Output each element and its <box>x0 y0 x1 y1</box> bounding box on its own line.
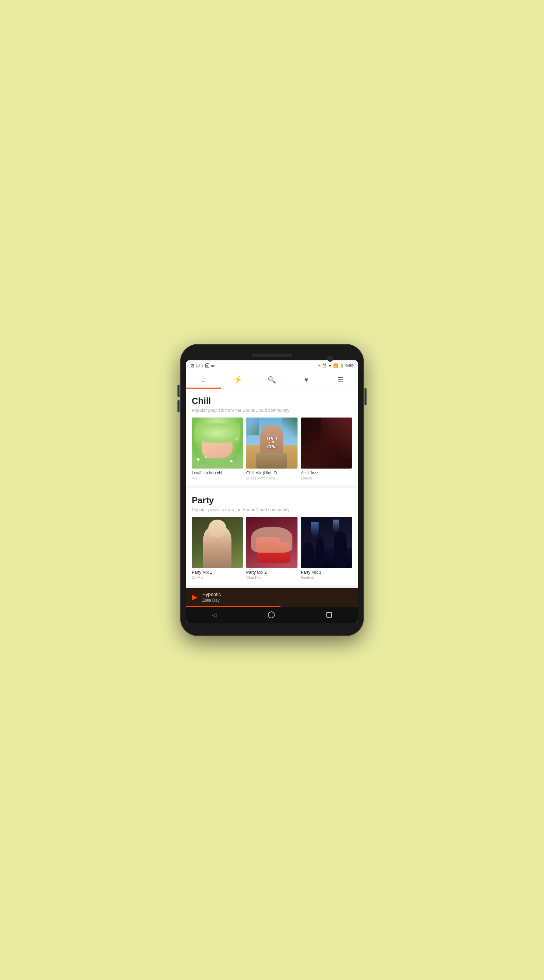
party-section-title: Party <box>192 495 352 506</box>
back-button[interactable]: ◁ <box>212 612 216 618</box>
party-playlist-row: Party Mix 1 DJ Mix <box>192 517 352 579</box>
playlist-name-lowfi: Lowfi hip hop chi... <box>192 471 243 476</box>
playlist-name-party3: Party Mix 3 <box>301 570 352 575</box>
playlist-thumb-lowfi <box>192 417 243 469</box>
alarm-status-icon: ⏰ <box>322 363 327 368</box>
phone-bottom <box>186 623 358 627</box>
playlist-thumb-party1 <box>192 517 243 568</box>
playlist-thumb-party2 <box>246 517 297 568</box>
status-bar: 🖼 💬 ♪ e ⏮ ✳ ⏰ ▼ 📶 🔋 9:59 <box>186 360 358 371</box>
playlist-item-party3[interactable]: Party Mix 3 Festival <box>301 517 352 579</box>
now-playing-artist: Zella Day <box>202 598 352 603</box>
chill1-background <box>192 417 243 469</box>
playlist-thumb-acid-jazz <box>301 417 352 469</box>
wifi-status-icon: ▼ <box>328 364 332 368</box>
signal-status-icon: 📶 <box>333 363 338 368</box>
phone-camera <box>327 356 333 362</box>
playlist-name-chill-mix: Chill Mix (High O... <box>246 471 297 476</box>
status-time: 9:59 <box>346 363 354 368</box>
status-left-icons: 🖼 💬 ♪ e ⏮ <box>190 363 214 368</box>
bluetooth-status-icon: ✳ <box>317 363 320 368</box>
home-button[interactable] <box>268 611 275 618</box>
now-playing-info: Hypnotic Zella Day <box>202 592 352 603</box>
nav-menu[interactable]: ☰ <box>324 371 358 388</box>
playlist-author-acid-jazz: Lordafj <box>301 476 352 480</box>
playlist-name-party2: Party Mix 2 <box>246 570 297 575</box>
volume-up-button[interactable] <box>178 385 179 397</box>
playlist-author-party3: Festival <box>301 576 352 579</box>
chill-section-subtitle: Popular playlists from the SoundCloud co… <box>192 408 352 413</box>
home-icon: ⌂ <box>201 375 206 384</box>
recents-button[interactable] <box>327 612 332 617</box>
chill-playlist-row: Lowfi hip hop chi... Nix <box>192 417 352 480</box>
chill-section-title: Chill <box>192 396 352 406</box>
now-playing-title: Hypnotic <box>202 592 352 597</box>
power-button[interactable] <box>365 388 366 405</box>
playlist-item-lowfi[interactable]: Lowfi hip hop chi... Nix <box>192 417 243 480</box>
nav-bar: ⌂ ⚡ 🔍 ♥ ☰ <box>186 371 358 389</box>
menu-icon: ☰ <box>338 375 344 384</box>
media-status-icon: ⏮ <box>211 364 214 368</box>
nav-home[interactable]: ⌂ <box>186 371 220 388</box>
play-pause-button[interactable]: ▶ <box>192 593 198 601</box>
now-playing-progress-bar <box>186 606 281 607</box>
chill3-background <box>301 417 352 469</box>
playlist-name-acid-jazz: Acid Jazz <box>301 471 352 476</box>
playlist-item-chill-mix[interactable]: HIGH ON chill Chill Mix (High O... Lukas… <box>246 417 297 480</box>
playlist-author-lowfi: Nix <box>192 476 243 480</box>
playlist-author-chill-mix: Lukas Marcinkevi... <box>246 476 297 480</box>
whatsapp-status-icon: 💬 <box>196 364 200 368</box>
playlist-thumb-chill-mix: HIGH ON chill <box>246 417 297 469</box>
volume-down-button[interactable] <box>178 400 179 412</box>
chill2-background: HIGH ON chill <box>246 417 297 469</box>
party2-art <box>246 517 297 568</box>
phone-speaker <box>252 353 292 357</box>
party1-background <box>192 517 243 568</box>
nav-search[interactable]: 🔍 <box>255 371 289 388</box>
status-right-icons: ✳ ⏰ ▼ 📶 🔋 9:59 <box>317 363 354 368</box>
android-nav-bar: ◁ <box>186 607 358 623</box>
chill1-art <box>192 417 243 469</box>
image-status-icon: 🖼 <box>190 364 194 368</box>
party2-background <box>246 517 297 568</box>
likes-icon: ♥ <box>304 376 308 384</box>
chill2-art: HIGH ON chill <box>246 417 297 469</box>
party-section: Party Popular playlists from the SoundCl… <box>186 488 358 585</box>
party-section-subtitle: Popular playlists from the SoundCloud co… <box>192 507 352 512</box>
search-icon: 🔍 <box>268 375 276 384</box>
nav-stream[interactable]: ⚡ <box>220 371 255 388</box>
chill3-art <box>301 417 352 469</box>
music-status-icon: ♪ <box>201 364 204 368</box>
battery-status-icon: 🔋 <box>339 363 344 368</box>
phone-screen: 🖼 💬 ♪ e ⏮ ✳ ⏰ ▼ 📶 🔋 9:59 ⌂ ⚡ <box>186 360 358 624</box>
playlist-name-party1: Party Mix 1 <box>192 570 243 575</box>
party1-art <box>192 517 243 568</box>
playlist-item-party2[interactable]: Party Mix 2 Club Hits <box>246 517 297 579</box>
stream-icon: ⚡ <box>233 375 243 384</box>
playlist-author-party2: Club Hits <box>246 576 297 579</box>
party3-background <box>301 517 352 568</box>
now-playing-bar[interactable]: ▶ Hypnotic Zella Day <box>186 588 358 607</box>
main-content: Chill Popular playlists from the SoundCl… <box>186 389 358 588</box>
playlist-thumb-party3 <box>301 517 352 568</box>
nav-likes[interactable]: ♥ <box>289 371 324 388</box>
e-status-icon: e <box>205 363 209 368</box>
phone-device: 🖼 💬 ♪ e ⏮ ✳ ⏰ ▼ 📶 🔋 9:59 ⌂ ⚡ <box>180 344 364 636</box>
party3-art <box>301 517 352 568</box>
playlist-author-party1: DJ Mix <box>192 576 243 579</box>
chill-section: Chill Popular playlists from the SoundCl… <box>186 389 358 485</box>
playlist-item-party1[interactable]: Party Mix 1 DJ Mix <box>192 517 243 579</box>
playlist-item-acid-jazz[interactable]: Acid Jazz Lordafj <box>301 417 352 480</box>
